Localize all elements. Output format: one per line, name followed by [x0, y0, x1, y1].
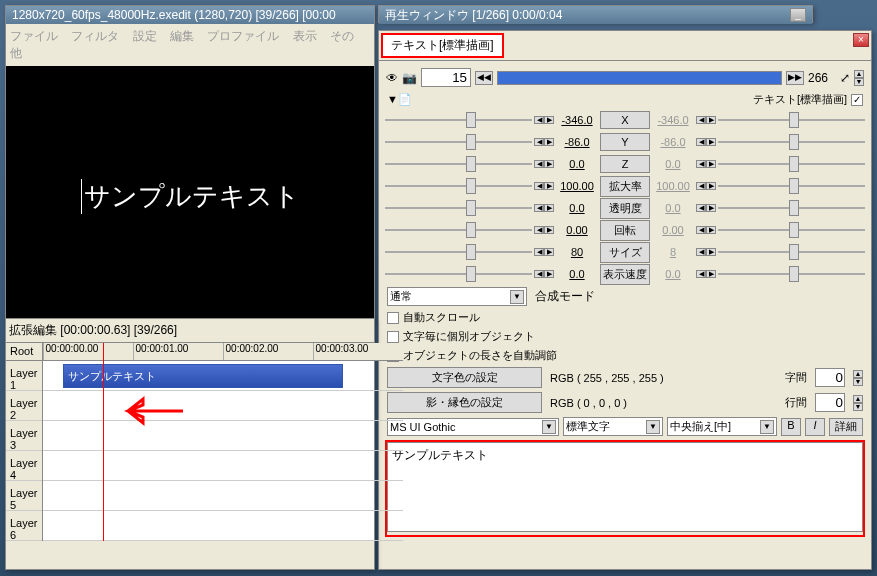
layer-label[interactable]: Layer 4 — [6, 451, 42, 481]
time-ruler[interactable]: 00:00:00.00 00:00:01.00 00:00:02.00 00:0… — [43, 343, 403, 361]
param-val-right[interactable]: 100.00 — [652, 180, 694, 192]
inc-l[interactable]: ▶ — [544, 226, 554, 234]
detail-button[interactable]: 詳細 — [829, 418, 863, 436]
dec-l[interactable]: ◀ — [534, 138, 544, 146]
text-clip[interactable]: サンプルテキスト — [63, 364, 343, 388]
menu-file[interactable]: ファイル — [10, 29, 58, 43]
blend-mode-combo[interactable]: 通常 ▼ — [387, 287, 527, 306]
frame-down[interactable]: ▼ — [854, 78, 864, 86]
seek-prev-button[interactable]: ◀◀ — [475, 71, 493, 85]
slider-left[interactable] — [385, 134, 532, 150]
dec-r[interactable]: ◀ — [696, 248, 706, 256]
slider-right[interactable] — [718, 134, 865, 150]
playhead[interactable] — [103, 343, 104, 541]
track-row[interactable] — [43, 421, 403, 451]
dec-l[interactable]: ◀ — [534, 160, 544, 168]
track-row[interactable] — [43, 451, 403, 481]
bold-button[interactable]: B — [781, 418, 801, 436]
tab-text-standard[interactable]: テキスト[標準描画] — [381, 33, 504, 58]
layer-label[interactable]: Layer 6 — [6, 511, 42, 541]
param-name-button[interactable]: X — [600, 111, 650, 129]
align-combo[interactable]: 中央揃え[中]▼ — [667, 417, 777, 436]
close-button[interactable]: × — [853, 33, 869, 47]
param-val-right[interactable]: 0.0 — [652, 268, 694, 280]
param-name-button[interactable]: サイズ — [600, 242, 650, 263]
track-row[interactable] — [43, 481, 403, 511]
root-label[interactable]: Root — [6, 343, 42, 361]
menubar[interactable]: ファイル フィルタ 設定 編集 プロファイル 表示 その他 — [6, 24, 374, 66]
dec-l[interactable]: ◀ — [534, 182, 544, 190]
param-name-button[interactable]: 透明度 — [600, 198, 650, 219]
slider-right[interactable] — [718, 112, 865, 128]
seek-bar[interactable] — [497, 71, 782, 85]
camera-icon[interactable]: 📷 — [402, 71, 417, 85]
linesp-up[interactable]: ▲ — [853, 395, 863, 403]
inc-r[interactable]: ▶ — [706, 182, 716, 190]
param-name-button[interactable]: Z — [600, 155, 650, 173]
menu-edit[interactable]: 編集 — [170, 29, 194, 43]
param-val-left[interactable]: 0.0 — [556, 268, 598, 280]
inc-r[interactable]: ▶ — [706, 248, 716, 256]
param-val-right[interactable]: 0.0 — [652, 158, 694, 170]
layer-label[interactable]: Layer 2 — [6, 391, 42, 421]
dec-r[interactable]: ◀ — [696, 270, 706, 278]
dec-l[interactable]: ◀ — [534, 226, 544, 234]
param-val-left[interactable]: 100.00 — [556, 180, 598, 192]
slider-left[interactable] — [385, 156, 532, 172]
shadow-color-button[interactable]: 影・縁色の設定 — [387, 392, 542, 413]
linesp-down[interactable]: ▼ — [853, 403, 863, 411]
param-val-right[interactable]: -86.0 — [652, 136, 694, 148]
dec-r[interactable]: ◀ — [696, 182, 706, 190]
inc-l[interactable]: ▶ — [544, 116, 554, 124]
dec-l[interactable]: ◀ — [534, 248, 544, 256]
text-color-button[interactable]: 文字色の設定 — [387, 367, 542, 388]
dec-l[interactable]: ◀ — [534, 270, 544, 278]
param-val-left[interactable]: -346.0 — [556, 114, 598, 126]
param-val-left[interactable]: 0.0 — [556, 158, 598, 170]
dec-r[interactable]: ◀ — [696, 160, 706, 168]
param-val-left[interactable]: 0.0 — [556, 202, 598, 214]
dec-l[interactable]: ◀ — [534, 204, 544, 212]
charsp-up[interactable]: ▲ — [853, 370, 863, 378]
line-spacing-input[interactable] — [815, 393, 845, 412]
dec-l[interactable]: ◀ — [534, 116, 544, 124]
minimize-button[interactable]: _ — [790, 8, 806, 22]
frame-up[interactable]: ▲ — [854, 70, 864, 78]
param-val-right[interactable]: 8 — [652, 246, 694, 258]
menu-profile[interactable]: プロファイル — [207, 29, 279, 43]
inc-l[interactable]: ▶ — [544, 182, 554, 190]
slider-left[interactable] — [385, 200, 532, 216]
menu-view[interactable]: 表示 — [293, 29, 317, 43]
inc-r[interactable]: ▶ — [706, 204, 716, 212]
frame-current-input[interactable] — [421, 68, 471, 87]
param-name-button[interactable]: 回転 — [600, 220, 650, 241]
char-spacing-input[interactable] — [815, 368, 845, 387]
inc-r[interactable]: ▶ — [706, 226, 716, 234]
text-content-textarea[interactable] — [387, 442, 863, 532]
inc-r[interactable]: ▶ — [706, 116, 716, 124]
autoscroll-checkbox[interactable] — [387, 312, 399, 324]
perchar-checkbox[interactable] — [387, 331, 399, 343]
inc-l[interactable]: ▶ — [544, 248, 554, 256]
eye-icon[interactable]: 👁 — [386, 71, 398, 85]
slider-right[interactable] — [718, 266, 865, 282]
menu-filter[interactable]: フィルタ — [71, 29, 119, 43]
param-val-right[interactable]: 0.0 — [652, 202, 694, 214]
param-name-button[interactable]: Y — [600, 133, 650, 151]
slider-left[interactable] — [385, 178, 532, 194]
inc-r[interactable]: ▶ — [706, 160, 716, 168]
slider-right[interactable] — [718, 178, 865, 194]
enable-checkbox[interactable]: ✓ — [851, 94, 863, 106]
slider-right[interactable] — [718, 244, 865, 260]
charsp-down[interactable]: ▼ — [853, 378, 863, 386]
style-combo[interactable]: 標準文字▼ — [563, 417, 663, 436]
font-combo[interactable]: MS UI Gothic▼ — [387, 418, 559, 436]
layer-label[interactable]: Layer 1 — [6, 361, 42, 391]
inc-l[interactable]: ▶ — [544, 270, 554, 278]
slider-left[interactable] — [385, 112, 532, 128]
italic-button[interactable]: I — [805, 418, 825, 436]
inc-l[interactable]: ▶ — [544, 138, 554, 146]
dec-r[interactable]: ◀ — [696, 204, 706, 212]
seek-next-button[interactable]: ▶▶ — [786, 71, 804, 85]
layer-label[interactable]: Layer 5 — [6, 481, 42, 511]
